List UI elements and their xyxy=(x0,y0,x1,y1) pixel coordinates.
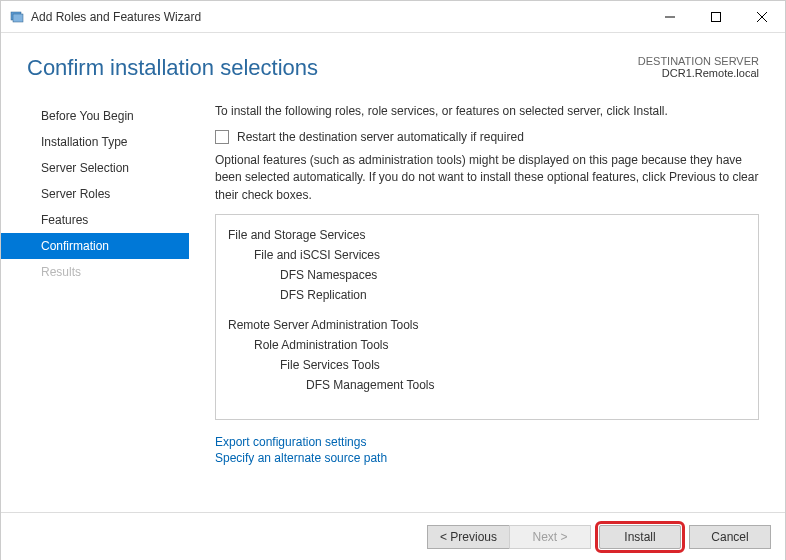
sidebar-step-server-selection[interactable]: Server Selection xyxy=(1,155,189,181)
tree-item: DFS Namespaces xyxy=(228,265,746,285)
destination-server: DESTINATION SERVER DCR1.Remote.local xyxy=(638,55,759,79)
links: Export configuration settings Specify an… xyxy=(215,434,759,466)
sidebar-step-features[interactable]: Features xyxy=(1,207,189,233)
restart-checkbox-label: Restart the destination server automatic… xyxy=(237,130,524,144)
destination-value: DCR1.Remote.local xyxy=(638,67,759,79)
tree-item: Role Administration Tools xyxy=(228,335,746,355)
svg-rect-3 xyxy=(712,12,721,21)
sidebar: Before You BeginInstallation TypeServer … xyxy=(1,99,189,466)
close-button[interactable] xyxy=(739,1,785,32)
tree-item: File and Storage Services xyxy=(228,225,746,245)
page-title: Confirm installation selections xyxy=(27,55,318,81)
footer: < Previous Next > Install Cancel xyxy=(1,512,785,560)
optional-features-note: Optional features (such as administratio… xyxy=(215,152,759,204)
previous-button[interactable]: < Previous xyxy=(427,525,509,549)
intro-text: To install the following roles, role ser… xyxy=(215,103,759,120)
sidebar-step-before-you-begin[interactable]: Before You Begin xyxy=(1,103,189,129)
sidebar-step-server-roles[interactable]: Server Roles xyxy=(1,181,189,207)
tree-item: DFS Management Tools xyxy=(228,375,746,395)
sidebar-step-results: Results xyxy=(1,259,189,285)
install-button[interactable]: Install xyxy=(599,525,681,549)
destination-label: DESTINATION SERVER xyxy=(638,55,759,67)
window-title: Add Roles and Features Wizard xyxy=(31,10,647,24)
tree-item: File Services Tools xyxy=(228,355,746,375)
restart-checkbox-row[interactable]: Restart the destination server automatic… xyxy=(215,130,759,144)
sidebar-step-installation-type[interactable]: Installation Type xyxy=(1,129,189,155)
sidebar-step-confirmation[interactable]: Confirmation xyxy=(1,233,189,259)
tree-item: File and iSCSI Services xyxy=(228,245,746,265)
header: Confirm installation selections DESTINAT… xyxy=(1,33,785,91)
maximize-button[interactable] xyxy=(693,1,739,32)
next-button: Next > xyxy=(509,525,591,549)
selections-tree[interactable]: File and Storage ServicesFile and iSCSI … xyxy=(215,214,759,420)
restart-checkbox[interactable] xyxy=(215,130,229,144)
tree-item: Remote Server Administration Tools xyxy=(228,315,746,335)
titlebar: Add Roles and Features Wizard xyxy=(1,1,785,33)
minimize-button[interactable] xyxy=(647,1,693,32)
export-config-link[interactable]: Export configuration settings xyxy=(215,434,759,450)
alternate-source-link[interactable]: Specify an alternate source path xyxy=(215,450,759,466)
tree-item: DFS Replication xyxy=(228,285,746,305)
content: To install the following roles, role ser… xyxy=(189,99,785,466)
main: Before You BeginInstallation TypeServer … xyxy=(1,91,785,466)
cancel-button[interactable]: Cancel xyxy=(689,525,771,549)
window-controls xyxy=(647,1,785,32)
server-manager-icon xyxy=(9,9,25,25)
svg-rect-1 xyxy=(13,14,23,22)
nav-button-group: < Previous Next > xyxy=(427,525,591,549)
